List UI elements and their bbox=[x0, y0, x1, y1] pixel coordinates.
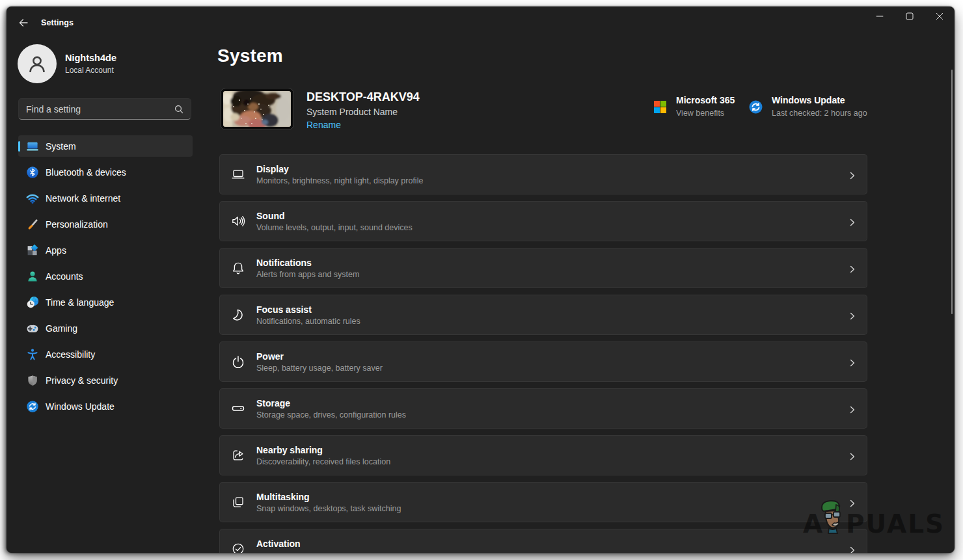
card-notifications[interactable]: Notifications Alerts from apps and syste… bbox=[219, 248, 867, 288]
page-title: System bbox=[217, 46, 283, 66]
window-title: Settings bbox=[41, 18, 74, 27]
accounts-icon bbox=[26, 270, 39, 283]
chevron-right-icon bbox=[848, 451, 856, 463]
gaming-icon bbox=[26, 322, 39, 335]
system-icon bbox=[26, 140, 39, 153]
minimize-button[interactable] bbox=[865, 7, 895, 27]
minimize-icon bbox=[876, 12, 884, 22]
sidebar-item-time[interactable]: Time & language bbox=[18, 291, 193, 313]
search-input[interactable] bbox=[19, 104, 174, 114]
sidebar-item-label: Privacy & security bbox=[46, 375, 118, 386]
sidebar-item-label: Personalization bbox=[46, 219, 108, 230]
sidebar-item-update[interactable]: Windows Update bbox=[18, 395, 193, 417]
account-block[interactable]: Nightsh4de Local Account bbox=[18, 44, 116, 83]
sidebar-item-gaming[interactable]: Gaming bbox=[18, 317, 193, 339]
card-sound[interactable]: Sound Volume levels, output, input, soun… bbox=[219, 201, 867, 241]
chevron-right-icon bbox=[848, 311, 856, 323]
card-power[interactable]: Power Sleep, battery usage, battery save… bbox=[219, 341, 867, 382]
time-icon bbox=[26, 296, 39, 309]
sidebar-item-apps[interactable]: Apps bbox=[18, 239, 193, 261]
wallpaper-image bbox=[223, 91, 291, 127]
sidebar-item-label: Accounts bbox=[46, 271, 83, 282]
display-icon bbox=[231, 167, 245, 181]
sidebar-item-label: Gaming bbox=[46, 323, 77, 334]
chevron-right-icon bbox=[848, 405, 856, 416]
search-icon[interactable] bbox=[174, 105, 183, 114]
card-subtitle: Snap windows, desktops, task switching bbox=[256, 503, 401, 514]
sidebar-item-label: Bluetooth & devices bbox=[46, 167, 126, 178]
scrollbar-thumb[interactable] bbox=[951, 70, 953, 314]
nearby-icon bbox=[231, 448, 245, 462]
chevron-right-icon bbox=[848, 170, 856, 182]
close-icon bbox=[936, 12, 943, 22]
main-panel: System bbox=[210, 38, 955, 553]
card-subtitle: Volume levels, output, input, sound devi… bbox=[256, 222, 413, 233]
sidebar-item-accounts[interactable]: Accounts bbox=[18, 265, 193, 287]
device-name: DESKTOP-4RAKV94 bbox=[306, 90, 420, 104]
notifications-icon bbox=[231, 261, 245, 275]
sidebar-item-label: Windows Update bbox=[46, 401, 115, 412]
sidebar-item-privacy[interactable]: Privacy & security bbox=[18, 369, 193, 391]
close-button[interactable] bbox=[925, 7, 955, 27]
back-button[interactable] bbox=[13, 12, 34, 33]
multitasking-icon bbox=[231, 495, 245, 509]
privacy-icon bbox=[26, 374, 39, 387]
sidebar-item-network[interactable]: Network & internet bbox=[18, 187, 193, 209]
sidebar-item-personalization[interactable]: Personalization bbox=[18, 213, 193, 235]
m365-title: Microsoft 365 bbox=[676, 94, 735, 107]
settings-cards: Display Monitors, brightness, night ligh… bbox=[219, 154, 867, 553]
card-subtitle: Sleep, battery usage, battery saver bbox=[256, 363, 383, 374]
back-arrow-icon bbox=[18, 18, 29, 28]
device-header: DESKTOP-4RAKV94 System Product Name Rena… bbox=[221, 88, 955, 129]
sidebar-item-label: Accessibility bbox=[46, 349, 95, 360]
settings-window: Settings bbox=[7, 7, 955, 553]
card-activation[interactable]: Activation bbox=[219, 529, 867, 553]
sidebar-item-label: Apps bbox=[46, 245, 66, 256]
wu-subtitle: Last checked: 2 hours ago bbox=[772, 107, 867, 120]
wu-title: Windows Update bbox=[772, 94, 867, 107]
maximize-button[interactable] bbox=[895, 7, 925, 27]
card-multitasking[interactable]: Multitasking Snap windows, desktops, tas… bbox=[219, 482, 867, 522]
person-icon bbox=[26, 53, 48, 75]
card-focus[interactable]: Focus assist Notifications, automatic ru… bbox=[219, 295, 867, 335]
activation-icon bbox=[231, 542, 245, 553]
card-nearby[interactable]: Nearby sharing Discoverability, received… bbox=[219, 435, 867, 475]
chevron-right-icon bbox=[848, 498, 856, 510]
sidebar-item-label: System bbox=[46, 141, 76, 152]
card-subtitle: Notifications, automatic rules bbox=[256, 316, 360, 327]
card-title: Sound bbox=[256, 210, 413, 222]
account-type: Local Account bbox=[65, 64, 116, 76]
sidebar-item-label: Time & language bbox=[46, 297, 114, 308]
windows-update-block[interactable]: Windows Update Last checked: 2 hours ago bbox=[748, 94, 867, 120]
sidebar-item-accessibility[interactable]: Accessibility bbox=[18, 343, 193, 365]
sidebar-item-label: Network & internet bbox=[46, 193, 120, 204]
bluetooth-icon bbox=[26, 166, 39, 179]
network-icon bbox=[26, 192, 39, 205]
m365-subtitle[interactable]: View benefits bbox=[676, 107, 735, 120]
account-name: Nightsh4de bbox=[65, 52, 116, 64]
microsoft-365-block[interactable]: Microsoft 365 View benefits bbox=[652, 94, 735, 120]
card-title: Nearby sharing bbox=[256, 444, 390, 456]
card-display[interactable]: Display Monitors, brightness, night ligh… bbox=[219, 154, 867, 194]
chevron-right-icon bbox=[848, 358, 856, 369]
sound-icon bbox=[231, 214, 245, 228]
card-title: Storage bbox=[256, 397, 406, 409]
card-title: Focus assist bbox=[256, 304, 360, 315]
windows-update-icon bbox=[748, 99, 763, 114]
update-icon bbox=[26, 400, 39, 413]
card-subtitle: Alerts from apps and system bbox=[256, 269, 359, 280]
card-storage[interactable]: Storage Storage space, drives, configura… bbox=[219, 388, 867, 429]
search-box bbox=[18, 98, 191, 120]
sidebar-item-system[interactable]: System bbox=[18, 135, 193, 157]
rename-link[interactable]: Rename bbox=[306, 119, 341, 131]
card-title: Notifications bbox=[256, 257, 359, 269]
card-subtitle: Discoverability, received files location bbox=[256, 457, 390, 468]
avatar bbox=[18, 44, 57, 83]
microsoft-logo-icon bbox=[652, 99, 668, 114]
personalization-icon bbox=[26, 218, 39, 231]
sidebar-item-bluetooth[interactable]: Bluetooth & devices bbox=[18, 161, 193, 183]
accessibility-icon bbox=[26, 348, 39, 361]
power-icon bbox=[231, 354, 245, 369]
device-product: System Product Name bbox=[306, 106, 420, 118]
focus-icon bbox=[231, 308, 245, 322]
